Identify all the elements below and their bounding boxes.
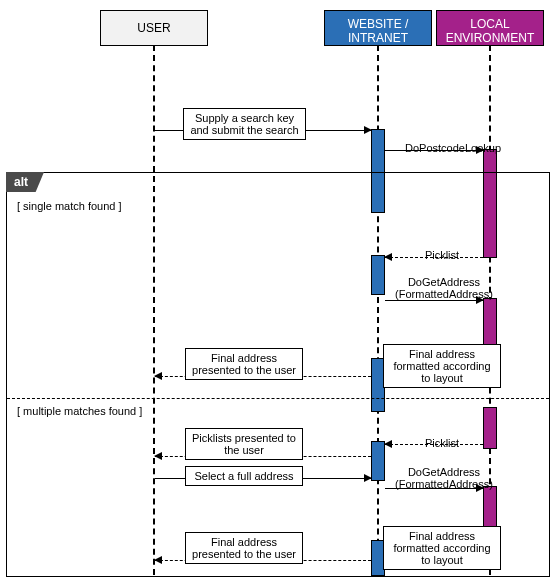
msg-picklist-1: Picklist [416, 246, 468, 264]
msg-dogetaddress-1: DoGetAddress (FormattedAddress) [391, 273, 497, 303]
participant-local-label: LOCAL ENVIRONMENT [446, 17, 535, 45]
participant-user: USER [100, 10, 208, 46]
msg-final-presented-2: Final address presented to the user [185, 532, 303, 564]
arrowhead-icon [364, 474, 372, 482]
arrowhead-icon [384, 253, 392, 261]
participant-website: WEBSITE / INTRANET [324, 10, 432, 46]
arrowhead-icon [364, 126, 372, 134]
msg-picklists-presented: Picklists presented to the user [185, 428, 303, 460]
alt-divider [7, 398, 549, 399]
msg-final-formatted-2: Final address formatted according to lay… [383, 526, 501, 570]
alt-tag: alt [6, 172, 44, 192]
msg-picklist-2: Picklist [416, 434, 468, 452]
arrowhead-icon [154, 556, 162, 564]
participant-website-label: WEBSITE / INTRANET [348, 17, 409, 45]
guard-single: [ single match found ] [15, 199, 124, 213]
guard-multiple: [ multiple matches found ] [15, 404, 144, 418]
msg-final-formatted-1: Final address formatted according to lay… [383, 344, 501, 388]
msg-select-address: Select a full address [185, 466, 303, 486]
msg-final-presented-1: Final address presented to the user [185, 348, 303, 380]
msg-dogetaddress-2: DoGetAddress (FormattedAddress) [391, 463, 497, 493]
participant-user-label: USER [137, 21, 170, 35]
arrowhead-icon [384, 440, 392, 448]
msg-supply-search: Supply a search key and submit the searc… [183, 108, 306, 140]
arrowhead-icon [154, 452, 162, 460]
arrowhead-icon [154, 372, 162, 380]
participant-local: LOCAL ENVIRONMENT [436, 10, 544, 46]
msg-dopostcode: DoPostcodeLookup [397, 139, 509, 157]
